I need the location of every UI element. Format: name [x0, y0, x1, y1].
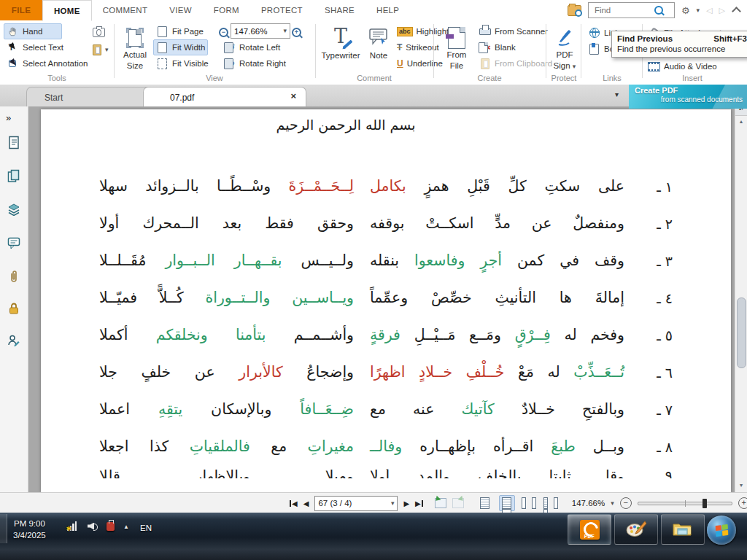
find-box[interactable]	[588, 2, 675, 18]
tab-document[interactable]: 07.pdf ×	[143, 87, 306, 107]
create-pdf-banner[interactable]: Create PDF from scanned documents	[629, 85, 747, 109]
status-zoom-value: 147.66%	[572, 499, 605, 508]
zoom-slider-handle[interactable]	[703, 499, 707, 508]
text-segment: تُــعَــذِّبْ	[560, 363, 624, 381]
nav-comments-icon[interactable]	[0, 232, 28, 254]
search-folder-icon[interactable]	[568, 5, 581, 16]
menu-tab-help[interactable]: HELP	[365, 0, 410, 20]
menu-tab-protect[interactable]: PROTECT	[250, 0, 314, 20]
vertical-scrollbar[interactable]: ▴▾ ▲ ▲	[735, 106, 747, 492]
show-desktop-button[interactable]	[0, 514, 7, 543]
menu-tab-file-label: FILE	[12, 6, 31, 15]
device-eject-icon[interactable]	[107, 522, 115, 531]
menu-tab-home[interactable]: HOME	[42, 0, 92, 21]
nav-pages-icon[interactable]	[0, 165, 28, 187]
text-segment: ويــاســين والــتــوراة	[184, 289, 354, 306]
note-button[interactable]: Note	[363, 22, 394, 71]
taskbar-foxit-button[interactable]: PDF	[568, 514, 611, 545]
scroll-up-icon[interactable]: ▲	[735, 116, 747, 126]
zoom-level-combo[interactable]: 147.66% ▾	[231, 23, 290, 39]
next-page-button[interactable]: ▶	[403, 499, 409, 508]
search-icon[interactable]	[654, 6, 663, 15]
first-page-button[interactable]: ◀	[290, 499, 298, 508]
nav-security-icon[interactable]	[0, 298, 28, 319]
scrollbar-thumb[interactable]	[737, 298, 746, 368]
fit-visible-icon	[156, 58, 169, 69]
volume-icon[interactable]	[88, 522, 98, 531]
audio-video-button[interactable]: Audio & Video	[645, 58, 720, 74]
ribbon-separator	[433, 24, 434, 78]
fit-visible-button[interactable]: Fit Visible	[153, 55, 212, 71]
zoom-out-button[interactable]: −	[216, 24, 231, 40]
text-segment: خُــلْفِ خــلادٍ اظهرًا	[370, 363, 504, 381]
actual-size-label1: Actual	[123, 50, 147, 60]
zoom-out-circle-button[interactable]: −	[620, 497, 632, 509]
clipboard-button[interactable]: ▾	[90, 42, 112, 58]
tab-close-icon[interactable]: ×	[290, 90, 296, 101]
pdf-sign-button[interactable]: PDF Sign ▾	[549, 22, 581, 71]
find-next-button[interactable]: ▷	[719, 7, 725, 15]
single-page-view-button[interactable]	[477, 495, 493, 511]
hand-tool-button[interactable]: Hand	[4, 23, 62, 39]
fit-width-button[interactable]: Fit Width	[153, 39, 208, 55]
expand-panel-icon[interactable]: »	[0, 106, 34, 128]
network-icon[interactable]: ∗	[67, 521, 79, 531]
taskbar-explorer-button[interactable]	[661, 514, 705, 545]
taskbar-clock[interactable]: PM 9:00 3/4/2025	[13, 518, 46, 541]
select-text-button[interactable]: T Select Text	[4, 39, 66, 55]
tab-start[interactable]: Start	[26, 87, 155, 107]
tab-list-caret-icon[interactable]: ▾	[615, 90, 619, 98]
find-previous-tooltip: Find PreviousShift+F3 Find the previous …	[611, 31, 747, 58]
from-file-button[interactable]: From File	[441, 22, 473, 71]
text-segment: وإضجاعُ	[283, 363, 354, 381]
gear-caret-icon[interactable]: ▾	[697, 7, 700, 14]
select-annotation-button[interactable]: Select Annotation	[4, 55, 91, 71]
language-indicator[interactable]: EN	[140, 524, 152, 532]
menu-tab-comment[interactable]: COMMENT	[92, 0, 159, 20]
fit-page-button[interactable]: Fit Page	[153, 23, 206, 39]
poem-line: ٧ ـ وبالفتحِ خــلادٌ كآتيك عنه مع ضِــعَ…	[99, 391, 673, 428]
taskbar-paint-button[interactable]	[614, 514, 658, 545]
menu-tab-file[interactable]: FILE	[0, 0, 42, 20]
actual-size-icon	[126, 24, 144, 50]
nav-layers-icon[interactable]	[0, 198, 28, 220]
find-input[interactable]	[593, 5, 654, 15]
find-previous-button[interactable]: ◁	[706, 7, 712, 15]
audio-video-icon	[648, 61, 660, 72]
nav-bookmarks-icon[interactable]	[0, 131, 28, 153]
tray-expand-icon[interactable]: ▲	[123, 524, 129, 530]
collapse-ribbon-icon[interactable]	[732, 7, 741, 16]
continuous-view-button[interactable]	[499, 495, 515, 511]
zoom-in-button[interactable]: +	[289, 24, 304, 40]
snapshot-button[interactable]	[90, 24, 108, 40]
typewriter-button[interactable]: T Typewriter	[318, 22, 363, 71]
zoom-slider[interactable]	[638, 502, 732, 505]
continuous-facing-view-button[interactable]	[543, 495, 559, 511]
hemistich-left: مغيراتِ مع فالملقياتِ كذا اجعلا	[99, 438, 354, 456]
previous-page-button[interactable]: ◀	[303, 499, 309, 508]
bookmark-icon	[588, 43, 600, 55]
hemistich-right: على سكتِ كلِّ قَبْلِ همزٍ بكامل	[370, 177, 624, 196]
scroll-down-icon[interactable]: ▲	[735, 481, 747, 491]
start-button[interactable]	[707, 516, 736, 545]
rotate-right-button[interactable]: ↻Rotate Right	[220, 55, 289, 71]
zoom-in-circle-button[interactable]: +	[738, 497, 747, 509]
page-number-field[interactable]: 67 (3 / 4) ▾	[314, 496, 398, 511]
last-page-button[interactable]: ▶	[415, 499, 423, 508]
nav-attachments-icon[interactable]	[0, 265, 28, 287]
menu-tab-form[interactable]: FORM	[203, 0, 250, 20]
gear-icon[interactable]: ⚙	[681, 6, 690, 15]
menu-tab-share[interactable]: SHARE	[314, 0, 365, 20]
status-zoom-caret-icon[interactable]: ▾	[611, 500, 614, 507]
nav-signature-icon[interactable]	[0, 330, 28, 351]
facing-view-button[interactable]	[521, 495, 537, 511]
from-scanner-button[interactable]: From Scanner	[476, 23, 551, 39]
foxit-pdf-icon: PDF	[580, 520, 600, 540]
blank-button[interactable]: ∗Blank	[476, 39, 519, 55]
previous-view-icon[interactable]	[435, 498, 446, 508]
menu-tab-view[interactable]: VIEW	[158, 0, 203, 20]
actual-size-button[interactable]: Actual Size	[118, 22, 152, 71]
hemistich-left: وأشــمــم بتأمنا ونخلقكم أكملا	[99, 326, 354, 345]
rotate-left-button[interactable]: ↺Rotate Left	[220, 39, 283, 55]
hemistich-left: لِــحَــمْــزَةَ وسْــطًــا بالــزوائد س…	[99, 177, 354, 196]
